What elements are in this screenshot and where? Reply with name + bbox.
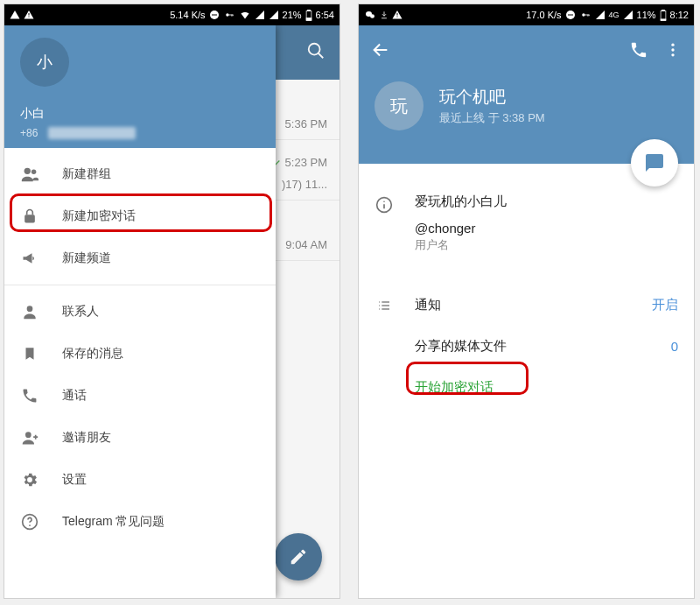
drawer-item-label: 新建频道 [62,250,111,266]
vpn-key-icon [579,11,592,19]
svg-point-14 [27,306,33,312]
drawer-saved-messages[interactable]: 保存的消息 [4,333,276,375]
profile-avatar[interactable]: 玩 [374,81,424,130]
battery-icon [305,10,312,21]
help-icon [20,512,39,531]
svg-rect-23 [584,15,589,16]
vpn-key-icon [223,11,235,19]
notifications-row[interactable]: 通知 开启 [359,285,694,326]
svg-rect-24 [587,15,588,17]
drawer-header: 小 小白 +86 [4,25,276,148]
avatar[interactable]: 小 [20,38,69,87]
message-fab[interactable] [631,139,678,186]
svg-point-12 [32,170,37,175]
shared-media-label: 分享的媒体文件 [415,338,671,355]
dnd-icon [565,10,576,20]
status-speed: 5.14 K/s [170,10,205,20]
svg-point-22 [582,13,584,16]
drawer-item-label: 邀请朋友 [62,430,111,446]
svg-rect-1 [212,15,217,16]
svg-rect-13 [24,215,35,222]
contact-icon [20,302,39,321]
drawer-contacts[interactable]: 联系人 [4,291,276,333]
search-icon[interactable] [306,41,326,64]
divider [4,285,276,285]
status-battery: 11% [637,10,656,20]
profile-status: 最近上线 于 3:38 PM [439,110,545,126]
drawer-item-label: 联系人 [62,304,99,320]
svg-point-35 [383,200,385,202]
status-time: 8:12 [670,10,689,20]
wifi-icon [239,10,251,20]
lock-icon [20,207,39,226]
signal-icon [595,10,606,20]
svg-rect-7 [307,10,310,11]
drawer-invite[interactable]: 邀请朋友 [4,417,276,459]
start-secret-chat-row[interactable]: 开始加密对话 [359,367,694,408]
group-icon [20,165,39,184]
notifications-value: 开启 [652,297,678,313]
more-icon[interactable] [664,40,682,63]
drawer-item-label: 新建群组 [62,166,111,182]
signal-icon-2 [623,10,634,20]
svg-rect-4 [231,15,232,17]
profile-bio: 爱玩机的小白儿 [415,193,507,210]
svg-point-9 [309,44,320,55]
svg-rect-5 [232,15,233,17]
drawer-phone: +86 [20,127,38,139]
phone-left: 5.14 K/s 21% 6:54 5:36 PM 5:23 PM )17) 1… [4,4,340,599]
status-bar: 5.14 K/s 21% 6:54 [4,4,340,25]
list-icon [374,299,394,313]
shared-media-row[interactable]: 分享的媒体文件 0 [359,326,694,367]
svg-rect-28 [661,18,666,19]
profile-username-label: 用户名 [415,237,507,253]
drawer-item-label: 保存的消息 [62,346,123,362]
call-icon[interactable] [629,40,648,63]
drawer-faq[interactable]: Telegram 常见问题 [4,501,276,543]
warning-icon [392,10,402,20]
phone-blur [48,127,136,139]
status-net: 4G [609,11,620,19]
signal-icon-2 [269,10,279,20]
drawer-calls[interactable]: 通话 [4,375,276,417]
profile-name: 玩个机吧 [439,86,545,109]
drawer-body: 新建群组 新建加密对话 新建频道 联系人 保存的消息 通话 [4,148,276,598]
svg-rect-8 [306,18,312,20]
profile-info-row[interactable]: 爱玩机的小白儿 @chonger 用户名 [359,186,694,260]
back-icon[interactable] [371,40,390,63]
svg-rect-27 [662,10,664,11]
svg-point-15 [25,432,32,438]
shared-media-value: 0 [671,339,678,354]
info-icon [374,195,394,215]
megaphone-icon [20,249,39,268]
bookmark-icon [20,344,39,363]
drawer-username: 小白 [20,106,45,122]
profile-header: 玩 玩个机吧 最近上线 于 3:38 PM [359,25,694,164]
chat-time: 5:23 PM [271,156,327,169]
notifications-label: 通知 [415,297,652,313]
drawer-new-secret-chat[interactable]: 新建加密对话 [4,195,276,237]
download-icon [380,10,388,20]
drawer-item-label: 通话 [62,388,87,404]
phone-icon [20,386,39,405]
drawer-settings[interactable]: 设置 [4,459,276,501]
chat-time: 9:04 AM [285,238,327,251]
gear-icon [20,470,39,489]
person-add-icon [20,428,39,447]
signal-icon [255,10,265,20]
profile-body: 爱玩机的小白儿 @chonger 用户名 通知 开启 分享的媒体文件 0 开始加… [359,164,694,408]
drawer-item-label: Telegram 常见问题 [62,514,164,530]
svg-point-31 [671,48,674,51]
svg-point-30 [671,44,674,46]
svg-rect-25 [588,15,589,17]
svg-rect-21 [568,15,573,16]
drawer-new-channel[interactable]: 新建频道 [4,237,276,279]
chat-time: 5:36 PM [285,117,327,130]
wechat-icon [364,10,376,20]
drawer-new-group[interactable]: 新建群组 [4,153,276,195]
compose-fab[interactable] [275,533,322,580]
nav-drawer: 小 小白 +86 新建群组 新建加密对话 新建频道 联系人 [4,25,276,598]
chat-snippet: )17) 11... [282,178,327,191]
warning-icon [24,10,34,20]
svg-point-2 [226,13,228,16]
